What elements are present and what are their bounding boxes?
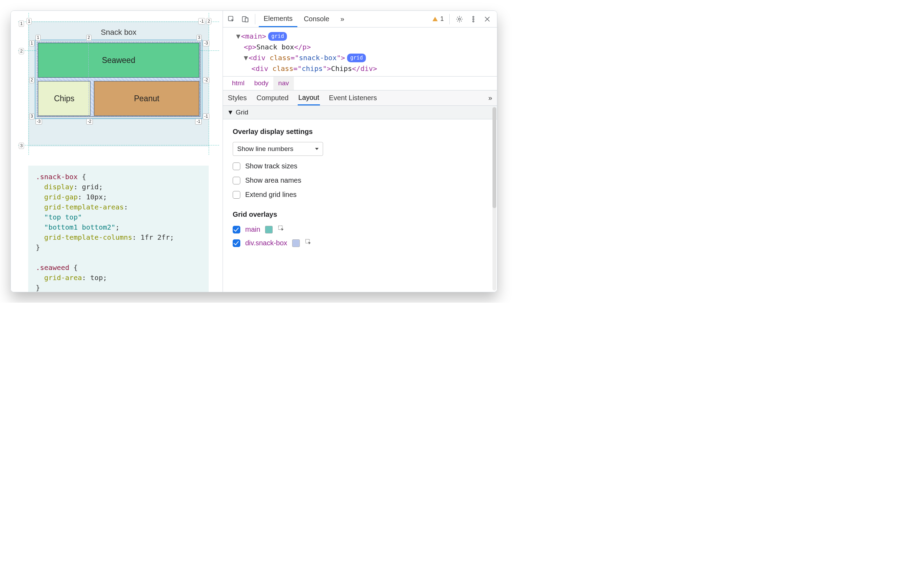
inspect-element-icon[interactable] [225,13,238,25]
devtools-toolbar: Elements Console » 1 [223,11,497,28]
cell-chips[interactable]: Chips [38,81,91,116]
grid-line-label: 1 [29,40,34,46]
toolbar-separator [255,14,255,25]
overlay-option-row[interactable]: Extend grid lines [233,191,487,199]
subtab-styles[interactable]: Styles [227,91,247,105]
warnings-indicator[interactable]: 1 [430,15,446,23]
grid-overlay-label[interactable]: main [245,225,260,234]
svg-point-5 [473,16,474,17]
grid-line-label: -1 [195,119,202,125]
reveal-element-icon[interactable] [304,238,312,248]
grid-line-label: -2 [203,77,209,83]
checkbox[interactable] [233,177,240,185]
grid-line-label: 2 [29,77,34,83]
grid-overlay-row: main [233,225,487,234]
crumb-body[interactable]: body [249,77,274,90]
grid-line-label: -3 [203,40,209,46]
subtab-event-listeners[interactable]: Event Listeners [328,91,378,105]
subtabs-overflow[interactable]: » [487,91,493,105]
line-numbers-select[interactable]: Show line numbers [233,142,323,156]
subtab-computed[interactable]: Computed [255,91,289,105]
page-viewport: 1 -1 2 1 2 3 Snack box Seaweed Chips Pea… [11,11,223,292]
cell-seaweed[interactable]: Seaweed [38,43,199,78]
grid-line-label: -3 [35,119,42,125]
grid-line-label: -2 [86,119,93,125]
grid-line-label: 1 [19,20,24,27]
svg-point-4 [458,18,460,20]
checkbox-label: Extend grid lines [245,191,297,199]
subtab-layout[interactable]: Layout [298,91,320,105]
cell-peanut[interactable]: Peanut [94,81,199,116]
checkbox[interactable] [233,239,240,247]
grid-section-header[interactable]: ▼ Grid [223,106,497,119]
close-icon[interactable] [481,13,494,25]
grid-line-label: -1 [203,114,209,119]
overlay-option-row[interactable]: Show track sizes [233,162,487,170]
gear-icon[interactable] [453,13,466,25]
grid-line-label: -1 [198,18,205,25]
checkbox-label: Show track sizes [245,162,297,170]
devtools-window: 1 -1 2 1 2 3 Snack box Seaweed Chips Pea… [11,11,497,292]
reveal-element-icon[interactable] [278,225,285,234]
grid-line-label: 3 [29,114,34,119]
grid-overlay-label[interactable]: div.snack-box [245,239,287,247]
svg-point-6 [473,18,474,20]
toolbar-separator [449,14,450,25]
grid-badge[interactable]: grid [268,32,287,41]
grid-line-label: 2 [206,18,211,25]
css-code-block: .snack-box { display: grid; grid-gap: 10… [28,166,209,292]
grid-overlay-row: div.snack-box [233,238,487,248]
checkbox-label: Show area names [245,176,301,185]
warnings-count: 1 [440,15,444,23]
devtools-panel: Elements Console » 1 ▼<main>grid <p>Snac… [223,11,497,292]
crumb-html[interactable]: html [227,77,249,90]
overlay-option-row[interactable]: Show area names [233,176,487,185]
grid-line-label: 3 [19,143,24,149]
tab-console[interactable]: Console [299,11,334,27]
crumb-nav[interactable]: nav [274,77,294,90]
main-grid-element[interactable]: 1 -1 2 1 2 3 Snack box Seaweed Chips Pea… [28,21,209,146]
checkbox[interactable] [233,191,240,199]
grid-line-label: 1 [26,18,32,25]
color-swatch[interactable] [265,226,273,234]
tabs-overflow[interactable]: » [336,11,349,27]
more-vert-icon[interactable] [467,13,480,25]
checkbox[interactable] [233,163,240,170]
chevron-down-icon: ▼ [227,109,234,116]
device-toggle-icon[interactable] [239,13,251,25]
svg-rect-2 [245,18,248,22]
color-swatch[interactable] [292,239,300,247]
checkbox[interactable] [233,226,240,234]
styles-subtabs: Styles Computed Layout Event Listeners » [223,91,497,106]
overlay-settings-heading: Overlay display settings [233,128,487,136]
snack-box-grid-element[interactable]: Seaweed Chips Peanut 1 2 3 1 2 3 [37,42,200,117]
scrollbar[interactable] [492,107,496,291]
grid-line-label: 3 [197,35,202,41]
tab-elements[interactable]: Elements [259,11,297,27]
grid-overlays-heading: Grid overlays [233,211,487,219]
grid-badge[interactable]: grid [347,54,366,62]
dom-tree[interactable]: ▼<main>grid <p>Snack box</p> ▼<div class… [223,28,497,77]
main-title: Snack box [35,28,202,37]
svg-point-7 [473,20,474,22]
grid-line-label: 2 [86,35,91,41]
dom-breadcrumb: html body nav [223,77,497,91]
grid-line-label: 1 [35,35,41,41]
grid-line-label: 2 [19,48,24,54]
layout-panel: ▼ Grid Overlay display settings Show lin… [223,106,497,292]
